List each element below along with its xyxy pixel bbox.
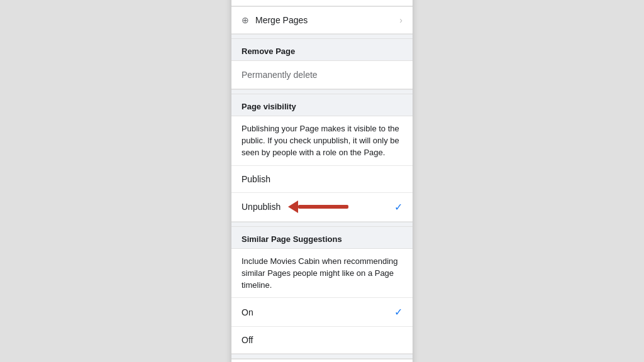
similar-pages-desc-text: Include Movies Cabin when recommending s… — [242, 256, 398, 290]
permanently-delete-item[interactable]: Permanently delete — [231, 61, 413, 89]
similar-pages-title: Similar Page Suggestions — [242, 234, 342, 244]
on-label: On — [242, 307, 253, 317]
publish-option[interactable]: Publish — [231, 166, 413, 193]
content-moderation-item[interactable]: ✓ Content moderation › — [231, 359, 413, 362]
section-divider-content-mod — [231, 354, 413, 359]
arrow-body — [298, 205, 348, 209]
off-label: Off — [242, 335, 253, 345]
arrow-head-icon — [288, 200, 298, 213]
merge-pages-left: ⊕ Merge Pages — [242, 15, 308, 25]
section-divider-visibility — [231, 89, 413, 94]
settings-panel: ← General ⊕ Merge Pages › Remove Page Pe… — [231, 0, 413, 362]
merge-pages-label: Merge Pages — [255, 15, 308, 25]
visibility-description: Publishing your Page makes it visible to… — [231, 116, 413, 166]
merge-pages-chevron-icon: › — [399, 15, 402, 25]
page-header: ← General — [231, 0, 413, 6]
red-arrow-annotation — [288, 200, 348, 213]
off-option[interactable]: Off — [231, 327, 413, 354]
remove-page-header: Remove Page — [231, 39, 413, 61]
section-divider-similar — [231, 222, 413, 227]
on-checkmark-icon: ✓ — [394, 306, 402, 318]
on-option[interactable]: On ✓ — [231, 298, 413, 327]
unpublish-label: Unpublish — [242, 202, 280, 212]
section-divider-remove — [231, 34, 413, 39]
merge-icon: ⊕ — [242, 15, 249, 25]
visibility-section-header: Page visibility — [231, 94, 413, 116]
permanently-delete-label: Permanently delete — [242, 70, 318, 80]
publish-label: Publish — [242, 174, 270, 184]
unpublish-option[interactable]: Unpublish ✓ — [231, 193, 413, 222]
similar-pages-description: Include Movies Cabin when recommending s… — [231, 249, 413, 299]
visibility-title: Page visibility — [242, 102, 296, 111]
unpublish-checkmark-icon: ✓ — [394, 201, 402, 213]
visibility-desc-text: Publishing your Page makes it visible to… — [242, 124, 399, 157]
similar-pages-header: Similar Page Suggestions — [231, 227, 413, 249]
remove-page-title: Remove Page — [242, 47, 295, 56]
merge-pages-item[interactable]: ⊕ Merge Pages › — [231, 7, 413, 34]
